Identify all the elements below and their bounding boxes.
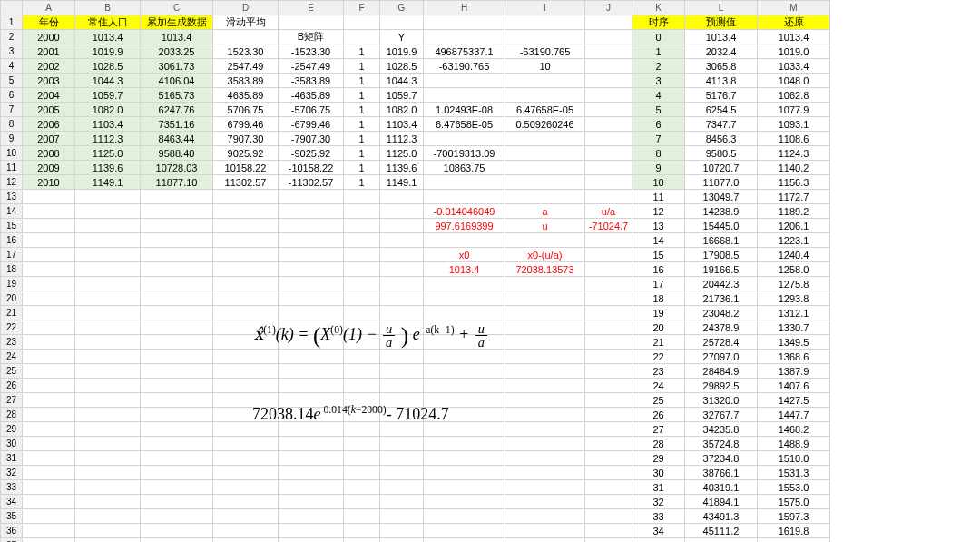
cell-F12[interactable]: 1 (344, 175, 380, 190)
cell-B24[interactable] (75, 350, 141, 364)
cell-C27[interactable] (141, 393, 213, 408)
cell-B31[interactable] (75, 451, 141, 466)
cell-F32[interactable] (344, 466, 380, 480)
cell-C10[interactable]: 9588.40 (141, 146, 213, 161)
col-hdr-H[interactable]: H (424, 1, 505, 15)
cell-E36[interactable] (279, 524, 344, 538)
cell-D6[interactable]: 4635.89 (213, 88, 279, 103)
cell-H5[interactable] (424, 74, 505, 88)
cell-G3[interactable]: 1019.9 (380, 44, 424, 59)
cell-F33[interactable] (344, 480, 380, 495)
col-hdr-J[interactable]: J (585, 1, 632, 15)
cell-J28[interactable] (585, 408, 632, 422)
cell-A24[interactable] (23, 350, 75, 364)
cell-D32[interactable] (213, 466, 279, 480)
cell-K6[interactable]: 4 (632, 88, 685, 103)
cell-C13[interactable] (141, 190, 213, 204)
col-hdr-E[interactable]: E (279, 1, 344, 15)
cell-F19[interactable] (344, 277, 380, 291)
cell-D17[interactable] (213, 248, 279, 262)
col-hdr-F[interactable]: F (344, 1, 380, 15)
cell-B29[interactable] (75, 422, 141, 437)
row-hdr-8[interactable]: 8 (1, 117, 23, 132)
cell-J6[interactable] (585, 88, 632, 103)
cell-M19[interactable]: 1275.8 (758, 277, 830, 291)
cell-J21[interactable] (585, 306, 632, 320)
row-hdr-9[interactable]: 9 (1, 132, 23, 146)
cell-J1[interactable] (585, 15, 632, 30)
row-hdr-23[interactable]: 23 (1, 335, 23, 350)
cell-H14[interactable]: -0.014046049 (424, 204, 505, 219)
cell-K5[interactable]: 3 (632, 74, 685, 88)
cell-E25[interactable] (279, 364, 344, 379)
cell-E16[interactable] (279, 233, 344, 248)
cell-F5[interactable]: 1 (344, 74, 380, 88)
cell-G18[interactable] (380, 262, 424, 277)
row-hdr-28[interactable]: 28 (1, 408, 23, 422)
cell-F2[interactable] (344, 30, 380, 44)
cell-C17[interactable] (141, 248, 213, 262)
cell-A27[interactable] (23, 393, 75, 408)
cell-J35[interactable] (585, 509, 632, 524)
cell-E14[interactable] (279, 204, 344, 219)
cell-D37[interactable] (213, 538, 279, 543)
cell-B18[interactable] (75, 262, 141, 277)
cell-L25[interactable]: 28484.9 (685, 364, 758, 379)
cell-E21[interactable] (279, 306, 344, 320)
cell-J15[interactable]: -71024.7 (585, 219, 632, 233)
cell-L36[interactable]: 45111.2 (685, 524, 758, 538)
cell-L32[interactable]: 38766.1 (685, 466, 758, 480)
row-hdr-24[interactable]: 24 (1, 350, 23, 364)
cell-L34[interactable]: 41894.1 (685, 495, 758, 509)
cell-I5[interactable] (505, 74, 585, 88)
cell-I13[interactable] (505, 190, 585, 204)
cell-C34[interactable] (141, 495, 213, 509)
col-hdr-D[interactable]: D (213, 1, 279, 15)
cell-H9[interactable] (424, 132, 505, 146)
cell-K3[interactable]: 1 (632, 44, 685, 59)
cell-B15[interactable] (75, 219, 141, 233)
cell-J31[interactable] (585, 451, 632, 466)
cell-M2[interactable]: 1013.4 (758, 30, 830, 44)
row-hdr-17[interactable]: 17 (1, 248, 23, 262)
cell-E31[interactable] (279, 451, 344, 466)
cell-B8[interactable]: 1103.4 (75, 117, 141, 132)
cell-H30[interactable] (424, 437, 505, 451)
cell-D12[interactable]: 11302.57 (213, 175, 279, 190)
cell-M36[interactable]: 1619.8 (758, 524, 830, 538)
cell-A15[interactable] (23, 219, 75, 233)
cell-A31[interactable] (23, 451, 75, 466)
cell-B19[interactable] (75, 277, 141, 291)
cell-M28[interactable]: 1447.7 (758, 408, 830, 422)
cell-F7[interactable]: 1 (344, 103, 380, 117)
cell-B11[interactable]: 1139.6 (75, 161, 141, 175)
cell-I19[interactable] (505, 277, 585, 291)
cell-F1[interactable] (344, 15, 380, 30)
cell-H37[interactable] (424, 538, 505, 543)
cell-C5[interactable]: 4106.04 (141, 74, 213, 88)
cell-G25[interactable] (380, 364, 424, 379)
cell-H10[interactable]: -70019313.09 (424, 146, 505, 161)
cell-G35[interactable] (380, 509, 424, 524)
cell-J7[interactable] (585, 103, 632, 117)
cell-D4[interactable]: 2547.49 (213, 59, 279, 74)
cell-C25[interactable] (141, 364, 213, 379)
cell-K10[interactable]: 8 (632, 146, 685, 161)
cell-J26[interactable] (585, 379, 632, 393)
cell-H20[interactable] (424, 291, 505, 306)
cell-K14[interactable]: 12 (632, 204, 685, 219)
cell-H11[interactable]: 10863.75 (424, 161, 505, 175)
cell-J29[interactable] (585, 422, 632, 437)
row-hdr-13[interactable]: 13 (1, 190, 23, 204)
cell-J11[interactable] (585, 161, 632, 175)
cell-J30[interactable] (585, 437, 632, 451)
cell-I7[interactable]: 6.47658E-05 (505, 103, 585, 117)
cell-B30[interactable] (75, 437, 141, 451)
cell-H15[interactable]: 997.6169399 (424, 219, 505, 233)
cell-F4[interactable]: 1 (344, 59, 380, 74)
cell-H6[interactable] (424, 88, 505, 103)
row-hdr-7[interactable]: 7 (1, 103, 23, 117)
cell-E33[interactable] (279, 480, 344, 495)
cell-F20[interactable] (344, 291, 380, 306)
cell-I34[interactable] (505, 495, 585, 509)
